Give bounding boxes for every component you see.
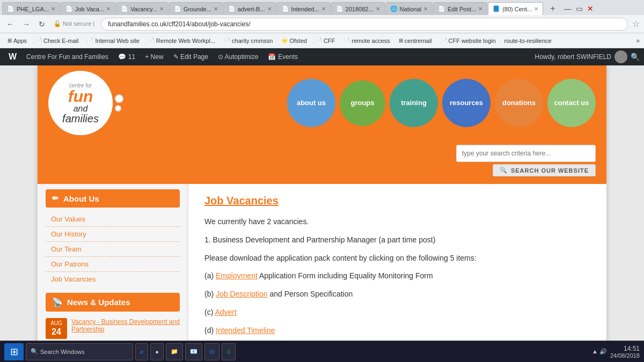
bookmark-label: Remote Web Workpl... [156, 38, 215, 44]
nav-training-label: training [401, 99, 427, 107]
tab-label: 2018082... [346, 6, 374, 12]
close-button[interactable]: ✕ [587, 4, 594, 13]
bookmark-cff-login[interactable]: 📄 CFF website login [437, 36, 499, 45]
search-button[interactable]: 🔍 SEARCH OUR WEBSITE [493, 164, 596, 176]
address-input[interactable] [101, 18, 628, 31]
employment-link[interactable]: Employment [216, 271, 258, 280]
bookmark-label: Internal Web site [95, 38, 139, 44]
nav-donations-label: donations [502, 99, 536, 107]
wp-events[interactable]: 📅 Events [264, 48, 302, 65]
tab-edit-post[interactable]: 📄 Edit Post... ✕ [433, 2, 487, 15]
tab-icon: 📄 [121, 5, 128, 12]
bookmark-centremail[interactable]: ⊞ centremail [396, 36, 435, 45]
bookmark-apps[interactable]: ⊞ Apps [4, 36, 30, 45]
sidebar-our-patrons[interactable]: Our Patrons [46, 257, 180, 272]
new-tab-button[interactable]: + [546, 4, 559, 13]
search-input[interactable] [456, 145, 596, 162]
bookmark-internal-web[interactable]: 📄 Internal Web site [84, 36, 142, 45]
reload-button[interactable]: ↻ [36, 19, 47, 29]
doc-icon: 📄 [87, 38, 93, 43]
nav-about-label: about us [297, 99, 326, 107]
bookmark-charity[interactable]: 📄 charity cmmssn [221, 36, 276, 45]
nav-resources[interactable]: resources [442, 79, 491, 127]
content-body: We currently have 2 vacancies. 1. Busine… [204, 216, 590, 355]
intended-timeline-link[interactable]: Intended Timeline [216, 326, 275, 335]
bookmark-label: charity cmmssn [232, 38, 273, 44]
taskbar-search-bar[interactable]: 🔍 Search Windows [26, 343, 133, 360]
wp-new-content[interactable]: + New [141, 48, 167, 65]
tab-close-icon[interactable]: ✕ [51, 6, 55, 12]
wp-logo-item[interactable]: W [4, 48, 21, 65]
doc-icon: 📄 [316, 38, 322, 43]
intro-paragraph: We currently have 2 vacancies. [204, 216, 590, 228]
wp-site-name[interactable]: Centre For Fun and Families [22, 48, 113, 65]
search-icon[interactable]: 🔍 [631, 53, 640, 61]
logo-and-text: and [62, 105, 99, 113]
page-title[interactable]: Job Vacancies [204, 195, 590, 207]
minimize-button[interactable]: — [564, 4, 572, 13]
tab-close-icon[interactable]: ✕ [267, 6, 272, 12]
wp-edit-page[interactable]: ✎ Edit Page [169, 48, 213, 65]
forward-button[interactable]: → [20, 19, 32, 29]
tab-close-icon[interactable]: ✕ [423, 6, 428, 12]
nav-about-us[interactable]: about us [287, 79, 335, 127]
bookmark-star-button[interactable]: ☆ [632, 19, 640, 29]
tab-vacancy[interactable]: 📄 Vacancy... ✕ [116, 2, 169, 15]
word-icon: W [209, 349, 215, 355]
tab-label: (80) Cent... [502, 6, 532, 12]
sidebar-job-vacancies[interactable]: Job Vacancies [46, 272, 180, 286]
bookmark-ofsted[interactable]: ⭐ Ofsted [278, 36, 310, 45]
tab-job-vacancies[interactable]: 📄 Job Vaca... ✕ [61, 2, 115, 15]
wp-comments[interactable]: 💬 11 [114, 48, 140, 65]
taskbar-ie[interactable]: e [135, 343, 148, 360]
tab-close-icon[interactable]: ✕ [478, 6, 482, 12]
bookmark-remote-access[interactable]: 📄 remote access [340, 36, 393, 45]
tab-grounded[interactable]: 📄 Grounde... ✕ [169, 2, 223, 15]
bookmark-remote-workpl[interactable]: 📄 Remote Web Workpl... [145, 36, 218, 45]
job-description-link[interactable]: Job Description [216, 290, 268, 298]
taskbar-chrome[interactable]: ● [150, 343, 164, 360]
tab-2018082[interactable]: 📄 2018082... ✕ [331, 2, 385, 15]
security-indicator: 🔓 Not secure | [52, 20, 97, 27]
start-button[interactable]: ⊞ [4, 343, 24, 360]
taskbar-word[interactable]: W [204, 343, 219, 360]
tab-facebook[interactable]: 📘 (80) Cent... ✕ [488, 2, 543, 15]
bookmark-route-resilience[interactable]: route-to-resilience [501, 36, 555, 45]
item-c: (c) Advert [204, 306, 590, 319]
sidebar-our-values[interactable]: Our Values [46, 212, 180, 227]
nav-groups[interactable]: groups [340, 80, 385, 126]
bookmark-cff[interactable]: 📄 CFF [312, 36, 338, 45]
sidebar-our-team[interactable]: Our Team [46, 242, 180, 257]
nav-donations[interactable]: donations [495, 79, 543, 127]
news-item-link[interactable]: Vacancy - Business Development and Partn… [71, 318, 180, 333]
bookmark-check-email[interactable]: 📄 Check E-mail [32, 36, 82, 45]
back-button[interactable]: ← [4, 19, 16, 29]
taskbar-outlook[interactable]: 📧 [185, 343, 202, 360]
windows-logo-icon: ⊞ [10, 346, 18, 358]
news-item: AUG 24 Vacancy - Business Development an… [46, 316, 180, 341]
nav-training[interactable]: training [390, 79, 438, 127]
tab-close-icon[interactable]: ✕ [376, 6, 380, 12]
nav-contact-label: contact us [554, 99, 589, 107]
restore-button[interactable]: ▭ [576, 4, 583, 13]
tab-close-icon[interactable]: ✕ [534, 6, 538, 12]
tab-close-icon[interactable]: ✕ [106, 6, 111, 12]
browser-chrome: 📄 PHE_LGA... ✕ 📄 Job Vaca... ✕ 📄 Vacancy… [0, 0, 644, 48]
site-logo[interactable]: centre for fun and families [48, 71, 113, 135]
taskbar-excel[interactable]: X [222, 343, 235, 360]
sidebar-our-history[interactable]: Our History [46, 227, 180, 242]
taskbar-date: 24/08/2018 [610, 352, 640, 359]
taskbar-explorer[interactable]: 📁 [166, 343, 183, 360]
nav-contact-us[interactable]: contact us [547, 79, 596, 127]
tab-intended[interactable]: 📄 Intended... ✕ [277, 2, 331, 15]
item-b-suffix: and Person Specification [268, 290, 353, 298]
advert-link[interactable]: Advert [215, 308, 236, 316]
tab-advert[interactable]: 📄 advert-B... ✕ [223, 2, 276, 15]
tab-close-icon[interactable]: ✕ [214, 6, 218, 12]
tab-phe-lga[interactable]: 📄 PHE_LGA... ✕ [2, 2, 60, 15]
more-bookmarks-icon[interactable]: » [636, 37, 640, 45]
tab-close-icon[interactable]: ✕ [321, 6, 326, 12]
tab-close-icon[interactable]: ✕ [159, 6, 164, 12]
tab-national[interactable]: 🌐 National ✕ [385, 2, 433, 15]
wp-autoptimize[interactable]: ⊙ Autoptimize [214, 48, 262, 65]
